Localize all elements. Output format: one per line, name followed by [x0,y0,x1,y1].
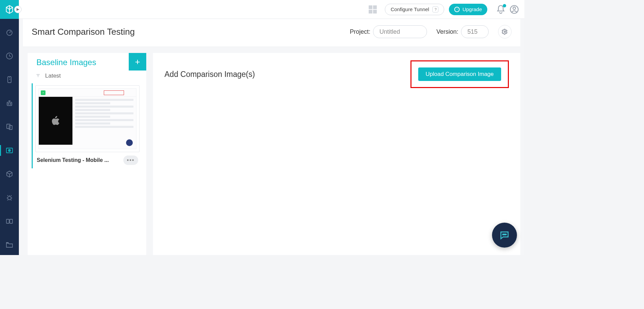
upload-highlight-box: Upload Comparison Image [410,60,509,88]
chat-fab-icon[interactable] [492,223,517,248]
settings-gear-icon[interactable] [498,25,512,38]
baseline-thumbnail: • [35,85,140,152]
main-area: Smart Comparison Testing Project: Untitl… [19,19,524,255]
baseline-panel: Baseline Images + Latest • [28,53,146,255]
filter-label: Latest [45,73,61,79]
page-header: Smart Comparison Testing Project: Untitl… [23,19,520,47]
nav-device-icon[interactable] [0,73,19,86]
nav-bug-icon[interactable] [0,191,19,204]
profile-avatar-icon[interactable] [510,5,519,14]
nav-automation-icon[interactable] [0,96,19,110]
svg-point-13 [8,196,11,200]
svg-point-17 [503,234,504,235]
baseline-card-name: Selenium Testing - Mobile ... [37,157,109,163]
project-field: Project: Untitled [350,25,427,38]
svg-point-6 [8,104,9,105]
notifications-bell-icon[interactable] [496,5,505,14]
upgrade-arrow-icon: ↑ [454,7,460,12]
top-bar: ▶ Configure Tunnel ? ↑ Upgrade [0,0,524,19]
side-nav [0,19,19,255]
baseline-card-more-icon[interactable]: ••• [123,156,138,165]
upgrade-label: Upgrade [462,6,482,12]
nav-visual-testing-icon[interactable] [0,144,19,157]
configure-tunnel-button[interactable]: Configure Tunnel ? [385,4,444,15]
expand-nav-toggle[interactable]: ▶ [14,6,22,13]
svg-point-11 [8,149,10,151]
baseline-title: Baseline Images [28,53,129,71]
comparison-panel: Add Comparison Image(s) Upload Compariso… [153,53,520,255]
svg-point-1 [513,7,515,9]
page-title: Smart Comparison Testing [32,27,135,37]
version-field: Version: 515 [436,25,489,38]
filter-icon [36,73,40,79]
baseline-card[interactable]: • [32,83,142,168]
add-baseline-button[interactable]: + [129,53,146,71]
svg-rect-9 [9,125,12,130]
version-select[interactable]: 515 [461,25,489,38]
svg-point-12 [9,150,10,151]
svg-point-18 [504,234,505,235]
help-icon[interactable]: ? [432,6,438,12]
svg-point-16 [504,31,506,33]
svg-rect-15 [10,219,12,223]
nav-package-icon[interactable] [0,167,19,181]
nav-folder-icon[interactable] [0,238,19,252]
notification-badge [503,4,506,7]
upload-comparison-button[interactable]: Upload Comparison Image [418,67,501,81]
upgrade-button[interactable]: ↑ Upgrade [449,4,487,15]
project-label: Project: [350,28,370,35]
baseline-filter[interactable]: Latest [28,71,146,83]
version-label: Version: [436,28,458,35]
nav-screenshots-icon[interactable] [0,120,19,134]
apps-grid-icon[interactable] [369,5,377,13]
nav-compare-icon[interactable] [0,215,19,228]
configure-tunnel-label: Configure Tunnel [391,6,429,12]
svg-point-7 [10,104,11,105]
svg-rect-14 [6,219,9,223]
svg-point-19 [505,234,507,235]
svg-rect-10 [6,148,12,153]
content-row: Baseline Images + Latest • [19,47,524,255]
nav-history-icon[interactable] [0,49,19,63]
comparison-title: Add Comparison Image(s) [164,70,255,79]
svg-rect-8 [7,124,10,129]
project-select[interactable]: Untitled [373,25,427,38]
nav-dashboard-icon[interactable] [0,26,19,39]
